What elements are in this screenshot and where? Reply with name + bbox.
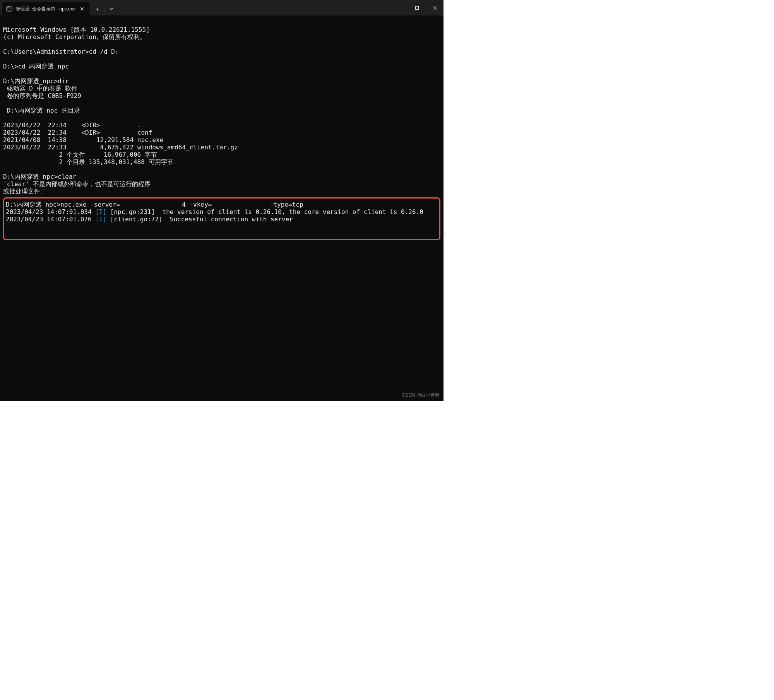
- terminal-body[interactable]: Microsoft Windows [版本 10.0.22621.1555] (…: [0, 15, 444, 401]
- command-part: npc.exe -server=: [60, 201, 120, 208]
- terminal-window: 管理员: 命令提示符 - npc.exe ✕ ＋ Microsoft Windo…: [0, 0, 444, 401]
- terminal-icon: [6, 6, 12, 12]
- highlight-box: D:\内网穿透_npc>npc.exe -server=4 -vkey= -ty…: [3, 197, 440, 240]
- svg-rect-1: [415, 6, 418, 9]
- output-line: 2023/04/22 22:33 4,675,422 windows_amd64…: [3, 144, 238, 151]
- log-timestamp: 2023/04/23 14:07:01.076: [6, 216, 95, 223]
- tab-title: 管理员: 命令提示符 - npc.exe: [15, 6, 75, 12]
- watermark: CSDN @白小希呀: [402, 392, 440, 399]
- maximize-button[interactable]: [408, 0, 426, 15]
- output-line: 驱动器 D 中的卷是 软件: [3, 85, 77, 92]
- log-message: [npc.go:231] the version of client is 0.…: [106, 208, 423, 216]
- output-line: Microsoft Windows [版本 10.0.22621.1555]: [3, 26, 150, 33]
- titlebar: 管理员: 命令提示符 - npc.exe ✕ ＋: [0, 0, 444, 15]
- output-line: D:\内网穿透_npc>dir: [3, 77, 69, 85]
- tab-dropdown-button[interactable]: [104, 2, 118, 15]
- redacted-server: [120, 202, 182, 208]
- command-part: -type=tcp: [266, 201, 303, 208]
- output-line: C:\Users\Administrator>cd /d D:: [3, 48, 119, 55]
- close-button[interactable]: [426, 0, 444, 15]
- command-part: 4 -vkey=: [182, 201, 212, 208]
- minimize-button[interactable]: [390, 0, 408, 15]
- titlebar-drag-area[interactable]: [118, 0, 390, 15]
- prompt: D:\内网穿透_npc>: [6, 201, 60, 208]
- output-line: D:\内网穿透_npc 的目录: [3, 107, 80, 114]
- log-level: [I]: [95, 216, 106, 223]
- output-line: 2 个目录 135,348,031,488 可用字节: [3, 158, 173, 166]
- output-line: (c) Microsoft Corporation。保留所有权利。: [3, 33, 146, 41]
- output-line: 2023/04/22 22:34 <DIR> conf: [3, 129, 152, 136]
- log-level: [I]: [95, 208, 106, 216]
- output-line: 2023/04/22 22:34 <DIR> .: [3, 122, 141, 129]
- output-line: 'clear' 不是内部或外部命令，也不是可运行的程序: [3, 180, 151, 188]
- output-line: 或批处理文件。: [3, 188, 46, 195]
- tab-close-button[interactable]: ✕: [79, 5, 86, 12]
- redacted-server2: [296, 216, 366, 222]
- output-line: 2021/04/08 14:38 12,291,584 npc.exe: [3, 136, 163, 144]
- tab-active[interactable]: 管理员: 命令提示符 - npc.exe ✕: [2, 2, 90, 15]
- output-line: 2 个文件 16,967,006 字节: [3, 151, 157, 158]
- window-controls: [390, 0, 444, 15]
- output-line: D:\>cd 内网穿透_npc: [3, 63, 69, 70]
- output-line: 卷的序列号是 C0B5-F929: [3, 92, 81, 99]
- new-tab-button[interactable]: ＋: [90, 2, 104, 15]
- redacted-vkey: [212, 202, 266, 208]
- log-message: [client.go:72] Successful connection wit…: [106, 216, 296, 223]
- log-timestamp: 2023/04/23 14:07:01.034: [6, 208, 95, 216]
- output-line: D:\内网穿透_npc>clear: [3, 173, 76, 180]
